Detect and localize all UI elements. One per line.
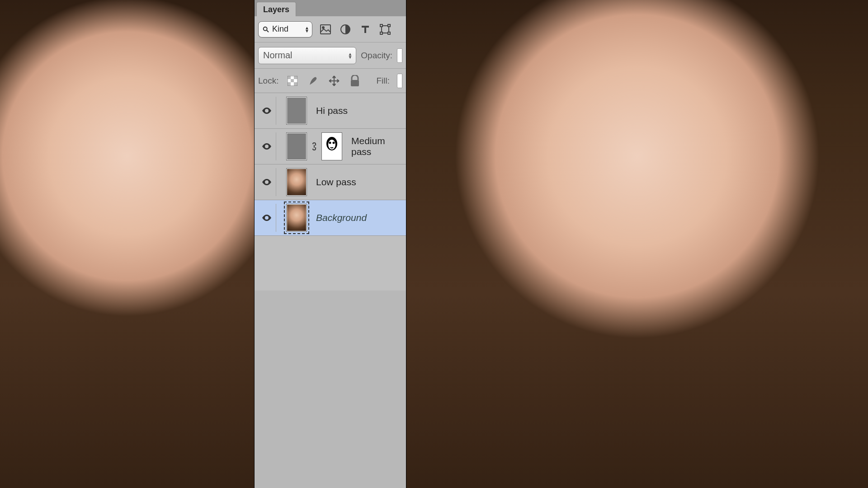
layer-thumbnail[interactable] bbox=[286, 168, 307, 196]
layer-row-background[interactable]: Background bbox=[255, 200, 406, 236]
panel-empty-area bbox=[255, 291, 406, 488]
svg-rect-15 bbox=[294, 82, 297, 86]
lock-position-icon[interactable] bbox=[327, 74, 341, 88]
search-icon bbox=[262, 26, 269, 33]
eye-icon bbox=[261, 105, 272, 116]
chevron-updown-icon: ▲▼ bbox=[348, 52, 352, 59]
layer-thumbnail[interactable] bbox=[286, 204, 307, 232]
svg-rect-7 bbox=[388, 24, 390, 27]
link-icon bbox=[310, 141, 319, 151]
filter-type-icon[interactable] bbox=[359, 23, 372, 36]
fill-label: Fill: bbox=[376, 76, 390, 86]
layer-name-label[interactable]: Hi pass bbox=[311, 105, 403, 116]
eye-icon bbox=[261, 141, 272, 152]
layer-list: Hi pass bbox=[255, 93, 406, 291]
lock-transparent-icon[interactable] bbox=[286, 74, 299, 88]
opacity-label: Opacity: bbox=[361, 51, 392, 61]
blend-row: Normal ▲▼ Opacity: bbox=[255, 42, 406, 69]
lock-image-icon[interactable] bbox=[307, 74, 320, 88]
eye-icon bbox=[261, 177, 272, 188]
layer-visibility-toggle[interactable] bbox=[257, 97, 276, 125]
before-image bbox=[0, 0, 255, 488]
fill-input[interactable] bbox=[397, 74, 402, 88]
svg-rect-13 bbox=[291, 79, 294, 82]
svg-rect-8 bbox=[380, 32, 382, 34]
filter-kind-label: Kind bbox=[272, 24, 288, 34]
blend-mode-value: Normal bbox=[263, 50, 292, 61]
svg-point-3 bbox=[322, 27, 324, 28]
svg-rect-11 bbox=[288, 76, 291, 79]
eye-icon bbox=[261, 212, 272, 223]
opacity-input[interactable] bbox=[397, 48, 402, 63]
svg-line-1 bbox=[267, 30, 269, 32]
layer-row-low-pass[interactable]: Low pass bbox=[255, 164, 406, 200]
layer-name-label[interactable]: Background bbox=[311, 212, 403, 223]
tab-layers-label: Layers bbox=[263, 5, 289, 14]
svg-rect-14 bbox=[288, 82, 291, 86]
layer-visibility-toggle[interactable] bbox=[257, 132, 276, 160]
layer-visibility-toggle[interactable] bbox=[257, 168, 276, 196]
panel-tabbar: Layers bbox=[255, 0, 406, 16]
svg-rect-12 bbox=[294, 76, 297, 79]
layer-filter-row: Kind ▲▼ bbox=[255, 16, 406, 42]
layer-mask-thumbnail[interactable] bbox=[321, 132, 342, 160]
svg-rect-6 bbox=[380, 24, 382, 27]
layer-row-medium-pass[interactable]: Medium pass bbox=[255, 129, 406, 164]
lock-row: Lock: bbox=[255, 69, 406, 93]
filter-kind-select[interactable]: Kind ▲▼ bbox=[258, 21, 312, 38]
lock-label: Lock: bbox=[258, 76, 278, 86]
layer-name-label[interactable]: Low pass bbox=[311, 177, 403, 188]
svg-rect-17 bbox=[351, 80, 359, 86]
layer-thumbnail[interactable] bbox=[286, 97, 307, 125]
layer-row-hi-pass[interactable]: Hi pass bbox=[255, 93, 406, 129]
after-image bbox=[406, 0, 868, 488]
tab-layers[interactable]: Layers bbox=[256, 2, 296, 16]
layer-visibility-toggle[interactable] bbox=[257, 204, 276, 232]
blend-mode-select[interactable]: Normal ▲▼ bbox=[258, 47, 356, 64]
svg-rect-2 bbox=[321, 25, 330, 34]
layers-panel: Layers Kind ▲▼ bbox=[255, 0, 406, 488]
svg-point-0 bbox=[264, 27, 267, 30]
lock-all-icon[interactable] bbox=[348, 74, 362, 88]
filter-pixel-icon[interactable] bbox=[319, 23, 332, 36]
layer-thumbnail[interactable] bbox=[286, 132, 307, 160]
svg-rect-9 bbox=[388, 32, 390, 34]
chevron-updown-icon: ▲▼ bbox=[305, 26, 309, 33]
svg-point-21 bbox=[329, 142, 331, 144]
filter-shape-icon[interactable] bbox=[378, 23, 392, 36]
filter-adjustment-icon[interactable] bbox=[339, 23, 352, 36]
layer-name-label[interactable]: Medium pass bbox=[347, 136, 403, 157]
svg-point-22 bbox=[333, 142, 335, 144]
